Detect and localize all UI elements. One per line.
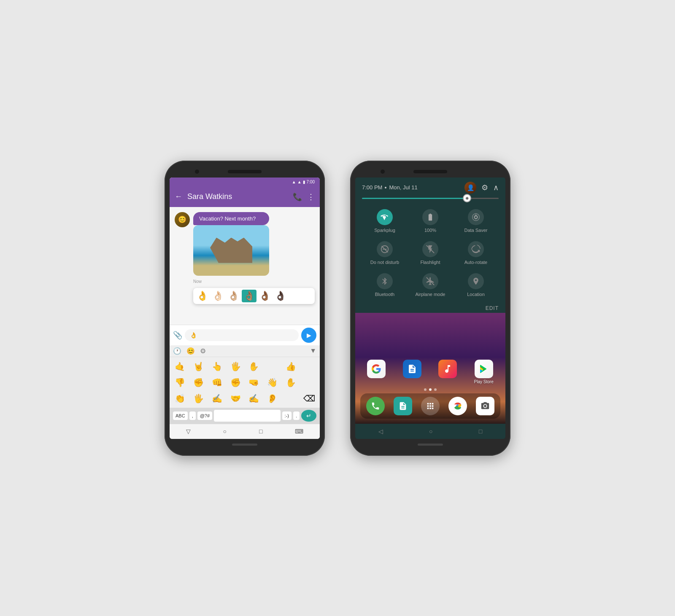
google-icon [367, 360, 386, 378]
emoji-cell[interactable] [282, 391, 300, 406]
recent-icon[interactable]: 🕐 [173, 347, 181, 355]
app-docs[interactable] [403, 360, 421, 384]
recents-nav-2[interactable]: □ [479, 428, 482, 435]
location-icon [468, 273, 484, 289]
abc-button[interactable]: ABC [173, 412, 188, 420]
user-avatar[interactable]: 👤 [464, 182, 476, 194]
keyboard-nav[interactable]: ⌨ [295, 428, 303, 435]
variant-2[interactable]: 👌🏻 [211, 290, 225, 302]
enter-button[interactable]: ↵ [301, 410, 316, 422]
emoji-cell[interactable]: ✍ [208, 391, 226, 406]
back-button[interactable]: ← [175, 192, 182, 201]
svg-line-1 [382, 246, 388, 252]
qs-tile-sparkplug[interactable]: Sparkplug [362, 204, 408, 236]
docs-icon [403, 360, 421, 378]
emoji-cell[interactable]: ✊ [190, 375, 208, 390]
variant-1[interactable]: 👌 [195, 290, 210, 302]
collapse-button[interactable]: ∧ [493, 183, 499, 192]
notif-date: Mon, Jul 11 [389, 184, 417, 191]
emoji-cell[interactable]: ✋ [245, 359, 263, 374]
variant-6[interactable]: 👌🏿 [273, 290, 288, 302]
qs-tile-autorotate[interactable]: Auto-rotate [453, 236, 499, 268]
phone-1: ▲ ▲ ▮ 7:00 ← Sara Watkins 📞 ⋮ 😊 Vacation… [165, 161, 325, 456]
qs-tile-dnd[interactable]: Do not disturb [362, 236, 408, 268]
emoji-cell[interactable]: 👏 [171, 391, 189, 406]
qs-tile-datasaver[interactable]: Data Saver [453, 204, 499, 236]
emoji-cell[interactable] [264, 359, 281, 374]
notes-app-icon [394, 397, 412, 415]
edit-button[interactable]: EDIT [486, 305, 499, 311]
emoji-cell[interactable]: 🤘 [190, 359, 208, 374]
brightness-thumb[interactable]: ✺ [463, 194, 471, 202]
back-nav-2[interactable]: ◁ [378, 428, 383, 435]
call-button[interactable]: 📞 [293, 192, 302, 202]
home-nav-2[interactable]: ○ [429, 428, 432, 435]
emoji-cell[interactable]: ✍ [245, 391, 263, 406]
period-button[interactable]: . [293, 412, 300, 420]
emoji-cell[interactable]: 👎 [171, 375, 189, 390]
settings-icon[interactable]: ⚙ [200, 347, 206, 355]
settings-button[interactable]: ⚙ [481, 183, 488, 192]
app-camera-bottom[interactable] [476, 397, 494, 415]
emoji-cell[interactable]: 👂 [264, 391, 281, 406]
datasaver-label: Data Saver [464, 228, 487, 233]
qs-tile-flashlight[interactable]: Flashlight [408, 236, 453, 268]
bubble-text: Vacation? Next month? [199, 215, 256, 222]
home-nav[interactable]: ○ [223, 428, 227, 435]
emoji-cell[interactable]: ✋ [282, 375, 300, 390]
comma-button[interactable]: , [189, 412, 196, 420]
dnd-icon [377, 241, 393, 257]
emoji-cell[interactable]: 🤜 [245, 375, 263, 390]
attach-icon[interactable]: 📎 [173, 331, 182, 340]
app-play[interactable]: Play Store [474, 360, 494, 384]
delete-emoji[interactable]: ⌫ [300, 391, 318, 406]
edit-row: EDIT [355, 302, 505, 313]
emoji-cell[interactable]: ✊ [227, 375, 244, 390]
recents-nav[interactable]: □ [259, 428, 262, 435]
emoji-cell[interactable] [300, 359, 318, 374]
message-input[interactable] [185, 329, 299, 341]
keyboard-close-icon[interactable]: ▼ [310, 347, 316, 355]
space-key[interactable] [214, 410, 280, 422]
chat-area: 😊 Vacation? Next month? Now 👌 👌🏻 👌🏼 👌 [170, 207, 320, 325]
phone-1-screen: ▲ ▲ ▮ 7:00 ← Sara Watkins 📞 ⋮ 😊 Vacation… [170, 178, 320, 439]
emoji-cell[interactable]: 👆 [208, 359, 226, 374]
back-nav[interactable]: ▽ [186, 428, 191, 435]
battery-icon: ▮ [303, 180, 305, 184]
status-bar-1: ▲ ▲ ▮ 7:00 [170, 178, 320, 187]
smiley-button[interactable]: :-) [282, 412, 292, 420]
airplane-icon [422, 273, 438, 289]
symbols-button[interactable]: @?# [197, 412, 212, 420]
emoji-cell[interactable]: 🤙 [171, 359, 189, 374]
emoji-cell[interactable]: 👊 [208, 375, 226, 390]
emoji-cell[interactable] [300, 375, 318, 390]
variant-3[interactable]: 👌🏼 [226, 290, 241, 302]
qs-tile-location[interactable]: Location [453, 268, 499, 300]
dnd-label: Do not disturb [370, 260, 399, 265]
app-phone[interactable] [366, 397, 385, 415]
phone-2-bottom [355, 439, 505, 451]
brightness-slider[interactable]: ✺ [362, 198, 499, 199]
emoji-cell[interactable]: 👋 [264, 375, 281, 390]
app-google[interactable] [367, 360, 386, 384]
phone-app-icon [366, 397, 385, 415]
emoji-cell[interactable]: 👍 [282, 359, 300, 374]
emoji-cell[interactable]: 🖐 [190, 391, 208, 406]
send-button[interactable]: ▶ [301, 328, 316, 343]
phone-2-screen: 7:00 PM Mon, Jul 11 👤 ⚙ ∧ ✺ [355, 178, 505, 439]
emoji-cell[interactable]: 🖐 [227, 359, 244, 374]
variant-5[interactable]: 👌🏾 [257, 290, 272, 302]
play-icon [475, 360, 493, 378]
qs-tile-bluetooth[interactable]: Bluetooth [362, 268, 408, 300]
app-chrome-bottom[interactable] [448, 397, 467, 415]
avatar: 😊 [175, 212, 190, 227]
emoji-icon[interactable]: 😊 [186, 347, 195, 355]
variant-4[interactable]: 👌🏽 [242, 290, 256, 302]
app-launcher[interactable] [421, 397, 440, 415]
emoji-cell[interactable]: 🤝 [227, 391, 244, 406]
more-button[interactable]: ⋮ [307, 192, 315, 202]
qs-tile-airplane[interactable]: Airplane mode [408, 268, 453, 300]
app-music[interactable] [438, 360, 457, 384]
app-notes-bottom[interactable] [394, 397, 412, 415]
qs-tile-battery[interactable]: 100% [408, 204, 453, 236]
